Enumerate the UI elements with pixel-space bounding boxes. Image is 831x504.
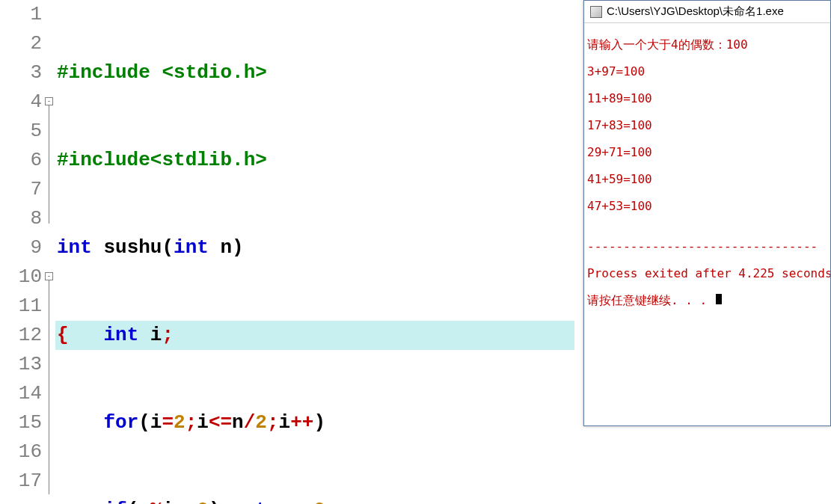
line-num: 15 xyxy=(0,408,42,437)
console-line: 3+97=100 xyxy=(587,65,827,79)
fold-column: - - xyxy=(45,0,55,504)
line-gutter: 1 2 3 4 5 6 7 8 9 10 11 12 13 14 15 16 1… xyxy=(0,0,45,504)
code-line: if(n%i==0) return 0; xyxy=(55,496,574,504)
console-line: 47+53=100 xyxy=(587,200,827,213)
line-num: 4 xyxy=(0,87,42,117)
console-line: 11+89=100 xyxy=(587,92,827,105)
line-num: 12 xyxy=(0,321,42,350)
line-num: 11 xyxy=(0,292,42,321)
console-output: 请输入一个大于4的偶数：100 3+97=100 11+89=100 17+83… xyxy=(584,23,830,336)
fold-toggle-icon[interactable]: - xyxy=(45,272,53,280)
line-num: 3 xyxy=(0,58,42,87)
console-title: C:\Users\YJG\Desktop\未命名1.exe xyxy=(607,4,784,19)
console-titlebar[interactable]: C:\Users\YJG\Desktop\未命名1.exe xyxy=(584,1,830,23)
line-num: 10 xyxy=(0,262,42,292)
line-num: 7 xyxy=(0,175,42,204)
app-icon xyxy=(590,6,602,18)
code-line: #include <stdio.h> xyxy=(55,58,574,87)
code-line: #include<stdlib.h> xyxy=(55,146,574,175)
console-line: 请输入一个大于4的偶数：100 xyxy=(587,38,827,52)
line-num: 5 xyxy=(0,117,42,146)
line-num: 1 xyxy=(0,0,42,29)
console-line: Process exited after 4.225 seconds wi xyxy=(587,267,827,280)
line-num: 9 xyxy=(0,233,42,262)
line-num: 17 xyxy=(0,467,42,496)
console-window[interactable]: C:\Users\YJG\Desktop\未命名1.exe 请输入一个大于4的偶… xyxy=(583,0,831,426)
line-num: 13 xyxy=(0,350,42,379)
console-line: 请按任意键继续. . . xyxy=(587,294,827,307)
code-line: for(i=2;i<=n/2;i++) xyxy=(55,408,574,437)
console-line: 41+59=100 xyxy=(587,173,827,186)
line-num: 8 xyxy=(0,204,42,233)
cursor-icon xyxy=(716,294,722,304)
line-num: 6 xyxy=(0,146,42,175)
line-num: 2 xyxy=(0,29,42,58)
code-text-area[interactable]: #include <stdio.h> #include<stdlib.h> in… xyxy=(55,0,574,504)
fold-guide xyxy=(49,105,49,224)
fold-toggle-icon[interactable]: - xyxy=(45,97,53,105)
console-line: 29+71=100 xyxy=(587,146,827,159)
console-line: -------------------------------- xyxy=(587,240,827,253)
fold-guide xyxy=(49,280,49,494)
line-num: 14 xyxy=(0,379,42,408)
code-line-current: { int i; xyxy=(55,321,574,350)
console-line: 17+83=100 xyxy=(587,119,827,132)
code-line: int sushu(int n) xyxy=(55,233,574,262)
line-num: 16 xyxy=(0,437,42,467)
code-editor: 1 2 3 4 5 6 7 8 9 10 11 12 13 14 15 16 1… xyxy=(0,0,574,504)
